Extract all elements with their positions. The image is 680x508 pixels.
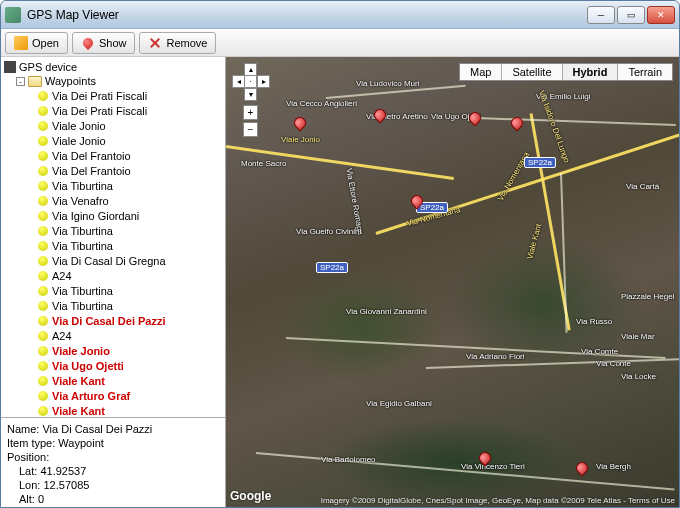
tree-item-label: Via Dei Prati Fiscali: [52, 105, 147, 117]
tree-root[interactable]: GPS device: [4, 60, 222, 74]
waypoint-icon: [38, 151, 48, 161]
maximize-button[interactable]: ▭: [617, 6, 645, 24]
tree-item[interactable]: Via Di Casal Di Gregna: [4, 253, 222, 268]
open-button[interactable]: Open: [5, 32, 68, 54]
tree-item-label: Via Di Casal Dei Pazzi: [52, 315, 166, 327]
detail-name: Name: Via Di Casal Dei Pazzi: [7, 422, 219, 436]
app-window: GPS Map Viewer ─ ▭ ✕ Open Show Remove GP…: [0, 0, 680, 508]
tree-item[interactable]: Viale Jonio: [4, 343, 222, 358]
tree-item[interactable]: Viale Kant: [4, 403, 222, 417]
tree-item[interactable]: Via Ugo Ojetti: [4, 358, 222, 373]
tree-item-label: Via Di Casal Di Gregna: [52, 255, 166, 267]
tree-item-label: Viale Jonio: [52, 135, 106, 147]
zoom-in-button[interactable]: +: [243, 105, 258, 120]
tree-item[interactable]: A24: [4, 268, 222, 283]
detail-position-label: Position:: [7, 450, 219, 464]
tree-item[interactable]: Via Igino Giordani: [4, 208, 222, 223]
tree-item[interactable]: Via Tiburtina: [4, 298, 222, 313]
tree-item-label: Via Ugo Ojetti: [52, 360, 124, 372]
folder-icon: [28, 76, 42, 87]
waypoint-icon: [38, 166, 48, 176]
tree-item[interactable]: Via Tiburtina: [4, 283, 222, 298]
waypoint-icon: [38, 136, 48, 146]
detail-alt: Alt: 0: [7, 492, 219, 506]
details-panel: Name: Via Di Casal Dei Pazzi Item type: …: [1, 417, 225, 507]
waypoint-icon: [38, 301, 48, 311]
detail-lat: Lat: 41.92537: [7, 464, 219, 478]
tree-item-label: Via Tiburtina: [52, 180, 113, 192]
tree-item-label: Viale Jonio: [52, 345, 110, 357]
waypoint-icon: [38, 331, 48, 341]
waypoint-icon: [38, 226, 48, 236]
tree-item-label: Via Del Frantoio: [52, 150, 131, 162]
tree-item[interactable]: Via Tiburtina: [4, 178, 222, 193]
map-type-terrain[interactable]: Terrain: [618, 64, 672, 80]
map-marker[interactable]: [511, 117, 523, 135]
tree-item-label: Viale Kant: [52, 405, 105, 417]
waypoint-icon: [38, 376, 48, 386]
map-marker[interactable]: [374, 109, 386, 127]
tree-item[interactable]: Via Arturo Graf: [4, 388, 222, 403]
pin-icon: [81, 36, 95, 50]
pan-center-button[interactable]: ·: [244, 75, 257, 88]
tree-item-label: Via Tiburtina: [52, 285, 113, 297]
map-marker[interactable]: [411, 195, 423, 213]
map-marker[interactable]: [576, 462, 588, 480]
remove-icon: [148, 36, 162, 50]
tree-item[interactable]: Via Dei Prati Fiscali: [4, 88, 222, 103]
tree-item-label: Viale Jonio: [52, 120, 106, 132]
minimize-button[interactable]: ─: [587, 6, 615, 24]
map-type-satellite[interactable]: Satellite: [502, 64, 562, 80]
map-marker[interactable]: [294, 117, 306, 135]
tree-item[interactable]: A24: [4, 328, 222, 343]
tree-item[interactable]: Via Tiburtina: [4, 223, 222, 238]
map-marker[interactable]: [469, 112, 481, 130]
map-marker[interactable]: [479, 452, 491, 470]
tree-item[interactable]: Via Dei Prati Fiscali: [4, 103, 222, 118]
pan-control: ▴ ▾ ◂ ▸ ·: [232, 63, 270, 101]
tree-item[interactable]: Viale Kant: [4, 373, 222, 388]
waypoint-icon: [38, 196, 48, 206]
tree-item[interactable]: Viale Jonio: [4, 133, 222, 148]
tree-item-label: A24: [52, 270, 72, 282]
map-type-map[interactable]: Map: [460, 64, 502, 80]
close-button[interactable]: ✕: [647, 6, 675, 24]
collapse-icon[interactable]: -: [16, 77, 25, 86]
tree-item[interactable]: Via Tiburtina: [4, 238, 222, 253]
tree-item-label: Via Venafro: [52, 195, 109, 207]
tree-item-label: Via Tiburtina: [52, 300, 113, 312]
waypoint-icon: [38, 211, 48, 221]
titlebar[interactable]: GPS Map Viewer ─ ▭ ✕: [1, 1, 679, 29]
tree-item[interactable]: Via Del Frantoio: [4, 148, 222, 163]
app-icon: [5, 7, 21, 23]
tree-item[interactable]: Via Di Casal Dei Pazzi: [4, 313, 222, 328]
tree-view[interactable]: GPS device - Waypoints Via Dei Prati Fis…: [1, 57, 225, 417]
waypoint-icon: [38, 361, 48, 371]
detail-lon: Lon: 12.57085: [7, 478, 219, 492]
show-button[interactable]: Show: [72, 32, 136, 54]
waypoint-icon: [38, 286, 48, 296]
tree-item[interactable]: Viale Jonio: [4, 118, 222, 133]
map-view[interactable]: Viale Jonio Via Ludovico Muri Via Emilio…: [226, 57, 679, 507]
tree-item[interactable]: Via Venafro: [4, 193, 222, 208]
map-type-hybrid[interactable]: Hybrid: [563, 64, 619, 80]
waypoint-icon: [38, 346, 48, 356]
tree-item-label: Via Del Frantoio: [52, 165, 131, 177]
pan-east-button[interactable]: ▸: [257, 75, 270, 88]
tree-folder-waypoints[interactable]: - Waypoints: [4, 74, 222, 88]
pan-south-button[interactable]: ▾: [244, 88, 257, 101]
waypoint-icon: [38, 241, 48, 251]
waypoint-icon: [38, 256, 48, 266]
waypoint-icon: [38, 106, 48, 116]
tree-item-label: Via Tiburtina: [52, 240, 113, 252]
zoom-out-button[interactable]: −: [243, 122, 258, 137]
toolbar: Open Show Remove: [1, 29, 679, 57]
folder-open-icon: [14, 36, 28, 50]
device-icon: [4, 61, 16, 73]
tree-item-label: Via Arturo Graf: [52, 390, 130, 402]
waypoint-icon: [38, 271, 48, 281]
remove-button[interactable]: Remove: [139, 32, 216, 54]
zoom-control: + −: [243, 105, 258, 137]
map-pan-zoom: ▴ ▾ ◂ ▸ · + −: [232, 63, 270, 139]
tree-item[interactable]: Via Del Frantoio: [4, 163, 222, 178]
